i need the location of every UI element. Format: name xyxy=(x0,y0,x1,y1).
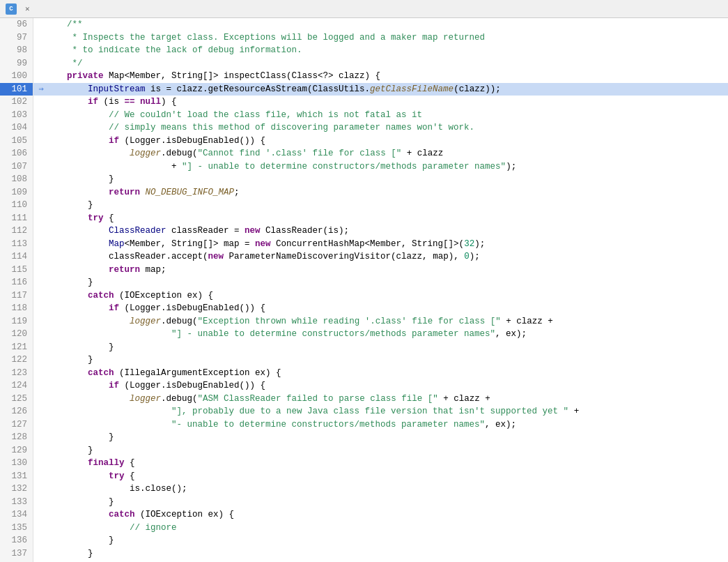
debug-arrow xyxy=(36,173,46,186)
code-text: catch (IllegalArgumentException ex) { xyxy=(46,367,725,380)
debug-arrow xyxy=(36,225,46,238)
code-line: } xyxy=(33,431,728,444)
line-number: 124 xyxy=(0,379,33,393)
code-line: /** xyxy=(33,18,728,31)
debug-arrow xyxy=(36,212,46,225)
code-line: is.close(); xyxy=(33,483,728,496)
debug-arrow xyxy=(36,315,46,328)
code-text: // We couldn't load the class file, whic… xyxy=(46,109,725,122)
line-number: 126 xyxy=(0,405,33,418)
code-line: // ignore xyxy=(33,522,728,535)
line-number: 105 xyxy=(0,135,33,148)
line-number: 122 xyxy=(0,354,33,367)
code-line: "] - unable to determine constructors/me… xyxy=(33,328,728,341)
line-number: 97 xyxy=(0,31,33,45)
code-line: logger.debug("ASM ClassReader failed to … xyxy=(33,393,728,406)
code-text: + "] - unable to determine constructors/… xyxy=(46,160,725,174)
debug-arrow xyxy=(36,57,46,70)
debug-arrow xyxy=(36,135,46,148)
code-line: } xyxy=(33,547,728,561)
code-line: ClassReader classReader = new ClassReade… xyxy=(33,225,728,238)
code-text: } xyxy=(46,534,725,547)
code-text: /** xyxy=(46,18,725,31)
line-number: 113 xyxy=(0,238,33,251)
debug-arrow xyxy=(36,444,46,457)
code-text: } xyxy=(46,199,725,212)
line-number: 101 xyxy=(0,83,33,96)
line-number: 112 xyxy=(0,225,33,238)
debug-arrow xyxy=(36,483,46,496)
code-line: * Inspects the target class. Exceptions … xyxy=(33,31,728,45)
code-line: finally { xyxy=(33,457,728,470)
code-line: } xyxy=(33,199,728,212)
code-line: } xyxy=(33,534,728,547)
debug-arrow xyxy=(36,341,46,354)
line-number: 133 xyxy=(0,496,33,509)
code-text: if (Logger.isDebugEnabled()) { xyxy=(46,379,725,393)
debug-arrow xyxy=(36,264,46,277)
code-text: * to indicate the lack of debug informat… xyxy=(46,44,725,57)
line-number: 135 xyxy=(0,522,33,535)
line-number: 107 xyxy=(0,160,33,174)
code-text: return NO_DEBUG_INFO_MAP; xyxy=(46,186,725,199)
line-number: 132 xyxy=(0,483,33,496)
debug-arrow xyxy=(36,96,46,109)
code-line: } xyxy=(33,276,728,289)
code-text: if (is == null) { xyxy=(46,96,725,109)
line-number: 128 xyxy=(0,431,33,444)
line-number: 108 xyxy=(0,173,33,186)
debug-arrow: ⇒ xyxy=(36,83,46,96)
debug-arrow xyxy=(36,534,46,547)
code-line: ⇒ InputStream is = clazz.getResourceAsSt… xyxy=(33,83,728,96)
line-number: 110 xyxy=(0,199,33,212)
debug-arrow xyxy=(36,457,46,470)
code-text: "], probably due to a new Java class fil… xyxy=(46,405,725,418)
line-number: 98 xyxy=(0,44,33,57)
debug-arrow xyxy=(36,250,46,264)
debug-arrow xyxy=(36,496,46,509)
code-text: * Inspects the target class. Exceptions … xyxy=(46,31,725,45)
debug-arrow xyxy=(36,238,46,251)
code-line: * to indicate the lack of debug informat… xyxy=(33,44,728,57)
close-tab-icon[interactable]: ✕ xyxy=(25,6,32,13)
line-number: 103 xyxy=(0,109,33,122)
debug-arrow xyxy=(36,147,46,160)
code-line: catch (IOException ex) { xyxy=(33,508,728,522)
debug-arrow xyxy=(36,508,46,522)
code-line: private Map<Member, String[]> inspectCla… xyxy=(33,70,728,83)
code-line: logger.debug("Cannot find '.class' file … xyxy=(33,147,728,160)
code-area[interactable]: /** * Inspects the target class. Excepti… xyxy=(33,18,728,562)
code-line: try { xyxy=(33,212,728,225)
code-line: "- unable to determine constructors/meth… xyxy=(33,418,728,432)
code-line: // simply means this method of discoveri… xyxy=(33,121,728,135)
code-line: } xyxy=(33,341,728,354)
code-line: + "] - unable to determine constructors/… xyxy=(33,160,728,174)
debug-arrow xyxy=(36,109,46,122)
code-text: */ xyxy=(46,57,725,70)
debug-arrow xyxy=(36,276,46,289)
code-text: catch (IOException ex) { xyxy=(46,508,725,522)
code-text: logger.debug("ASM ClassReader failed to … xyxy=(46,393,725,406)
code-line: return map; xyxy=(33,264,728,277)
line-number: 121 xyxy=(0,341,33,354)
debug-arrow xyxy=(36,354,46,367)
line-number: 131 xyxy=(0,470,33,483)
code-text: private Map<Member, String[]> inspectCla… xyxy=(46,70,725,83)
debug-arrow xyxy=(36,31,46,45)
file-icon: C xyxy=(6,3,17,15)
code-line: classReader.accept(new ParameterNameDisc… xyxy=(33,250,728,264)
debug-arrow xyxy=(36,186,46,199)
debug-arrow xyxy=(36,160,46,174)
debug-arrow xyxy=(36,522,46,535)
line-number: 117 xyxy=(0,289,33,303)
code-text: finally { xyxy=(46,457,725,470)
editor-container: 9697989910010110210310410510610710810911… xyxy=(0,18,728,562)
code-line: return NO_DEBUG_INFO_MAP; xyxy=(33,186,728,199)
debug-arrow xyxy=(36,367,46,380)
line-number: 104 xyxy=(0,121,33,135)
code-text: if (Logger.isDebugEnabled()) { xyxy=(46,135,725,148)
code-text: // simply means this method of discoveri… xyxy=(46,121,725,135)
code-text: "- unable to determine constructors/meth… xyxy=(46,418,725,432)
code-line: if (is == null) { xyxy=(33,96,728,109)
code-text: // ignore xyxy=(46,522,725,535)
